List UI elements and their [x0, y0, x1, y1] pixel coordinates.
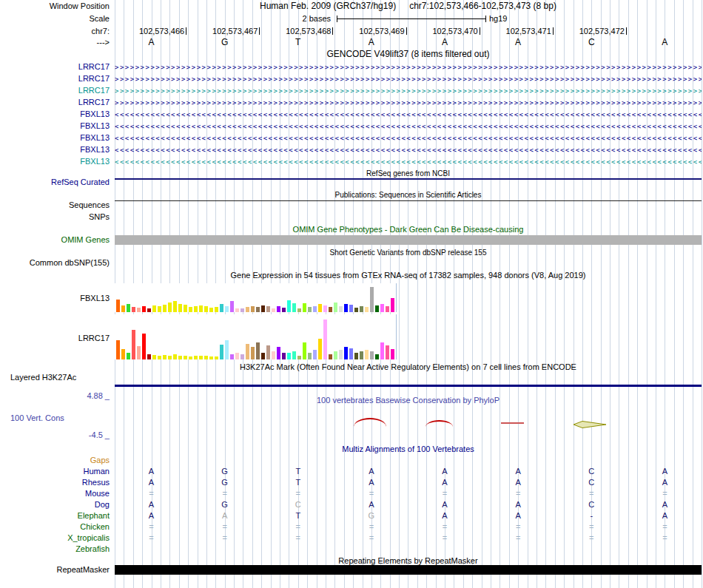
gtex-bar[interactable]	[215, 356, 218, 359]
gtex-bar[interactable]	[282, 353, 286, 359]
gtex-bar[interactable]	[334, 351, 337, 359]
species-label[interactable]: Elephant	[0, 511, 110, 521]
gene-label[interactable]: LRRC17	[0, 74, 110, 84]
gtex-bar[interactable]	[251, 306, 255, 312]
gtex-bar[interactable]	[251, 347, 255, 359]
gene-transcript-row[interactable]: <<<<<<<<<<<<<<<<<<<<<<<<<<<<<<<<<<<<<<<<…	[115, 109, 702, 120]
gene-label[interactable]: FBXL13	[0, 109, 110, 119]
omim-track-label[interactable]: OMIM Genes	[0, 235, 110, 245]
species-label[interactable]: Chicken	[0, 522, 110, 532]
gtex-bar[interactable]	[158, 356, 161, 359]
gtex-bar[interactable]	[142, 334, 146, 359]
gtex-bar[interactable]	[329, 307, 332, 312]
gtex-bar[interactable]	[344, 347, 348, 359]
gtex-bar[interactable]	[204, 306, 208, 312]
gene-label[interactable]: LRRC17	[0, 98, 110, 107]
gtex-bar[interactable]	[277, 306, 280, 312]
gtex-bar[interactable]	[380, 342, 384, 359]
gtex-bar[interactable]	[173, 301, 177, 312]
gtex-bar[interactable]	[220, 345, 223, 359]
gtex-bar[interactable]	[323, 320, 327, 359]
gtex-bar[interactable]	[246, 344, 249, 359]
gtex-bar[interactable]	[235, 308, 239, 312]
gtex-bar[interactable]	[142, 306, 146, 312]
gtex-bar[interactable]	[204, 356, 208, 359]
gtex-bar[interactable]	[329, 354, 332, 359]
gtex-bar[interactable]	[147, 308, 151, 312]
gene-label[interactable]: FBXL13	[0, 121, 110, 131]
gtex-bar[interactable]	[292, 351, 296, 359]
snps-track-label[interactable]: SNPs	[0, 212, 110, 222]
gtex-bar[interactable]	[199, 356, 203, 359]
gtex-bar[interactable]	[152, 305, 156, 312]
gtex-bar[interactable]	[225, 306, 229, 312]
gtex-bar[interactable]	[127, 353, 130, 359]
gtex-bar[interactable]	[308, 307, 312, 312]
gtex-bar[interactable]	[158, 306, 161, 312]
gtex-bar[interactable]	[370, 287, 374, 312]
gtex-bar[interactable]	[266, 345, 270, 359]
gtex-bar[interactable]	[178, 356, 182, 359]
repeatmasker-track-label[interactable]: RepeatMasker	[0, 565, 110, 575]
gtex-bar[interactable]	[173, 354, 177, 359]
gene-transcript-row[interactable]: >>>>>>>>>>>>>>>>>>>>>>>>>>>>>>>>>>>>>>>>…	[115, 86, 702, 96]
gtex-bar[interactable]	[121, 349, 125, 359]
gtex-bar[interactable]	[297, 308, 301, 312]
dbsnp-track-label[interactable]: Common dbSNP(155)	[0, 258, 110, 268]
gtex-bar[interactable]	[380, 304, 384, 312]
publications-track-label[interactable]: Sequences	[0, 200, 110, 210]
gtex-bar[interactable]	[323, 305, 327, 312]
species-label[interactable]: Zebrafish	[0, 544, 110, 554]
refseq-track-label[interactable]: RefSeq Curated	[0, 178, 110, 187]
gtex-bar[interactable]	[230, 301, 234, 312]
gene-transcript-row[interactable]: <<<<<<<<<<<<<<<<<<<<<<<<<<<<<<<<<<<<<<<<…	[115, 121, 702, 132]
gene-transcript-row[interactable]: <<<<<<<<<<<<<<<<<<<<<<<<<<<<<<<<<<<<<<<<…	[115, 157, 702, 167]
gtex-bar[interactable]	[375, 354, 379, 359]
gtex-bar[interactable]	[360, 351, 363, 359]
gtex-bar[interactable]	[209, 356, 213, 359]
species-label[interactable]: Human	[0, 467, 110, 476]
gtex-bar[interactable]	[132, 307, 135, 312]
gtex-bar[interactable]	[349, 305, 353, 312]
gtex-bar[interactable]	[349, 348, 353, 359]
gtex-bar[interactable]	[184, 356, 187, 359]
gene-label[interactable]: LRRC17	[0, 62, 110, 72]
gtex-bar[interactable]	[375, 305, 379, 312]
species-label[interactable]: Mouse	[0, 489, 110, 499]
gtex-bar[interactable]	[189, 356, 192, 359]
gtex-bar[interactable]	[163, 355, 166, 359]
gtex-bar[interactable]	[391, 298, 394, 312]
gene-label[interactable]: FBXL13	[0, 145, 110, 155]
gtex-gene-label-fbxl13[interactable]: FBXL13	[0, 294, 110, 303]
gtex-bar[interactable]	[339, 350, 343, 359]
omim-gene-bar[interactable]	[115, 235, 702, 245]
h3k27ac-signal-line[interactable]	[115, 385, 702, 387]
gtex-bar[interactable]	[215, 307, 218, 312]
gtex-bar[interactable]	[386, 306, 389, 312]
gtex-bar[interactable]	[230, 354, 234, 359]
publications-feature-bar[interactable]	[115, 200, 702, 201]
gtex-bar[interactable]	[235, 353, 239, 359]
gtex-bar[interactable]	[256, 342, 260, 359]
gene-label[interactable]: FBXL13	[0, 157, 110, 166]
gene-label[interactable]: FBXL13	[0, 133, 110, 143]
gtex-bar[interactable]	[168, 356, 172, 359]
gtex-bar[interactable]	[339, 306, 343, 312]
gtex-bar[interactable]	[313, 350, 317, 359]
conservation-track-label[interactable]: 100 Vert. Cons	[10, 413, 64, 423]
gtex-bar[interactable]	[199, 305, 203, 312]
gtex-bar[interactable]	[220, 304, 223, 312]
gtex-bar[interactable]	[225, 340, 229, 359]
species-label[interactable]: Rhesus	[0, 478, 110, 487]
gtex-bar[interactable]	[277, 347, 280, 359]
gtex-bar[interactable]	[137, 346, 141, 359]
gtex-bar[interactable]	[152, 355, 156, 359]
h3k27ac-track-label[interactable]: Layered H3K27Ac	[10, 373, 76, 382]
gtex-bar[interactable]	[303, 342, 306, 359]
gene-transcript-row[interactable]: >>>>>>>>>>>>>>>>>>>>>>>>>>>>>>>>>>>>>>>>…	[115, 98, 702, 108]
gtex-bar[interactable]	[391, 349, 394, 359]
gtex-bar[interactable]	[287, 300, 291, 312]
gtex-bar[interactable]	[121, 305, 125, 312]
gtex-bar[interactable]	[116, 300, 120, 312]
gtex-bar[interactable]	[209, 308, 213, 312]
